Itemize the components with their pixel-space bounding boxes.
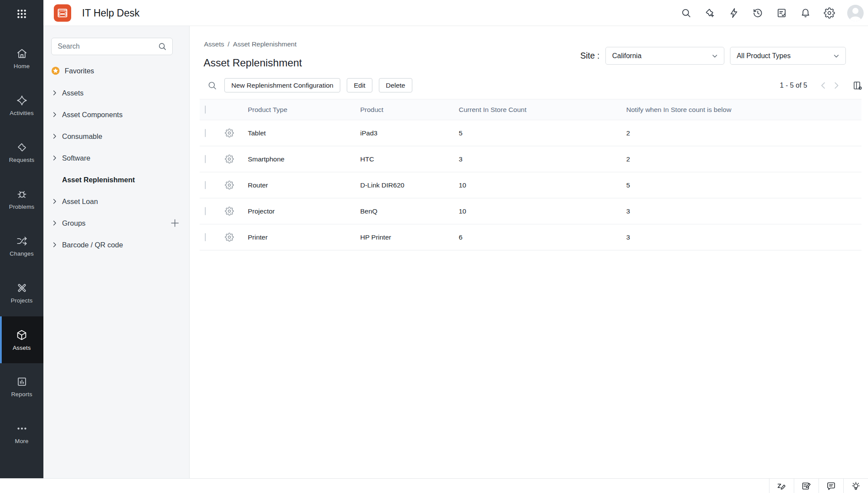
page-title: Asset Replenishment: [204, 57, 302, 69]
column-header-spacer: [220, 99, 241, 120]
rail-item-reports[interactable]: Reports: [0, 363, 43, 410]
sidebar-item-groups[interactable]: Groups: [43, 212, 190, 234]
rail-item-changes[interactable]: Changes: [0, 223, 43, 270]
it-help-desk-app: Home Activities Requests Problems Change…: [0, 0, 868, 493]
sidebar-search-input[interactable]: [58, 43, 158, 50]
ticket-icon: [16, 141, 28, 153]
sidebar-search[interactable]: [51, 38, 173, 55]
sidebar-item-label: Groups: [62, 219, 85, 227]
row-settings-gear-icon[interactable]: [225, 154, 241, 164]
select-all-checkbox[interactable]: [205, 105, 206, 114]
sidebar-item-asset-replenishment[interactable]: Asset Replenishment: [43, 169, 190, 191]
table-row[interactable]: Smartphone HTC 3 2: [200, 146, 861, 172]
write-review-icon[interactable]: [794, 479, 819, 493]
table-row[interactable]: Projector BenQ 10 3: [200, 198, 861, 224]
rail-item-label: Reports: [11, 391, 33, 398]
sidebar-item-asset-loan[interactable]: Asset Loan: [43, 191, 190, 212]
rail-item-label: Changes: [10, 250, 33, 257]
sidebar-item-consumable[interactable]: Consumable: [43, 125, 190, 147]
row-checkbox[interactable]: [205, 207, 206, 215]
rail-item-label: Problems: [9, 204, 35, 210]
app-logo-icon[interactable]: [54, 4, 71, 22]
sidebar-item-label: Asset Loan: [62, 197, 98, 206]
history-icon[interactable]: [752, 7, 764, 19]
search-icon[interactable]: [680, 7, 692, 19]
sidebar-item-barcode-qr[interactable]: Barcode / QR code: [43, 234, 190, 256]
row-settings-gear-icon[interactable]: [225, 207, 241, 216]
bottom-bar: [0, 478, 868, 493]
product-type-select[interactable]: All Product Types: [730, 47, 846, 65]
sidebar-item-label: Asset Components: [62, 111, 122, 119]
cell-notify-below: 2: [620, 120, 861, 146]
product-type-select-value: All Product Types: [736, 52, 790, 60]
cell-notify-below: 5: [620, 172, 861, 198]
rail-item-projects[interactable]: Projects: [0, 270, 43, 316]
rail-item-label: Assets: [13, 345, 31, 351]
row-settings-gear-icon[interactable]: [225, 128, 241, 138]
cell-product: HTC: [354, 146, 452, 172]
column-header-product[interactable]: Product: [354, 99, 452, 120]
sidebar-item-software[interactable]: Software: [43, 147, 190, 169]
site-label: Site :: [580, 51, 599, 61]
shuffle-icon: [16, 235, 28, 247]
list-search-icon[interactable]: [207, 80, 217, 91]
rail-item-requests[interactable]: Requests: [0, 129, 43, 176]
sidebar-item-asset-components[interactable]: Asset Components: [43, 104, 190, 125]
sidebar-item-label: Software: [62, 154, 90, 162]
replenishment-table: Product Type Product Current In Store Co…: [200, 99, 861, 250]
rail-item-more[interactable]: More: [0, 410, 43, 457]
row-checkbox[interactable]: [205, 129, 206, 137]
user-avatar[interactable]: [847, 5, 864, 21]
header-actions: [680, 0, 864, 26]
column-settings-icon[interactable]: [852, 80, 863, 91]
row-settings-gear-icon[interactable]: [225, 233, 241, 242]
app-title: IT Help Desk: [82, 0, 140, 26]
previous-page-icon[interactable]: [819, 81, 828, 90]
next-page-icon[interactable]: [832, 81, 841, 90]
column-header-notify-below[interactable]: Notify when In Store count is below: [620, 99, 861, 120]
row-checkbox[interactable]: [205, 181, 206, 189]
sidebar-favorites[interactable]: Favorites: [51, 65, 94, 76]
rail-item-problems[interactable]: Problems: [0, 176, 43, 223]
rail-item-home[interactable]: Home: [0, 35, 43, 82]
rail-item-assets[interactable]: Assets: [0, 316, 43, 363]
add-group-icon[interactable]: [170, 218, 180, 228]
favorites-star-icon: [51, 66, 60, 76]
chevron-down-icon: [711, 52, 719, 60]
site-select-value: California: [612, 52, 641, 60]
cell-product-type: Smartphone: [241, 146, 354, 172]
table-header-row: Product Type Product Current In Store Co…: [200, 99, 861, 120]
sketch-feedback-icon[interactable]: [769, 479, 794, 493]
app-grid-icon[interactable]: [0, 5, 43, 23]
table-row[interactable]: Router D-Link DIR620 10 5: [200, 172, 861, 198]
table-row[interactable]: Tablet iPad3 5 2: [200, 120, 861, 146]
notifications-bell-icon[interactable]: [799, 7, 812, 19]
row-settings-gear-icon[interactable]: [225, 181, 241, 190]
cell-product: iPad3: [354, 120, 452, 146]
flash-icon[interactable]: [728, 7, 740, 19]
new-replenishment-button[interactable]: New Replenishment Configuration: [224, 78, 340, 92]
sidebar-item-assets[interactable]: Assets: [43, 82, 190, 104]
rail-item-activities[interactable]: Activities: [0, 82, 43, 129]
site-select[interactable]: California: [605, 47, 724, 65]
chat-icon[interactable]: [819, 479, 843, 493]
row-checkbox[interactable]: [205, 155, 206, 163]
column-header-product-type[interactable]: Product Type: [241, 99, 354, 120]
sidebar-item-label: Barcode / QR code: [62, 241, 123, 249]
breadcrumb-assets[interactable]: Assets: [204, 40, 224, 48]
pagination: 1 - 5 of 5: [780, 78, 863, 92]
row-checkbox[interactable]: [205, 233, 206, 241]
cube-icon: [16, 329, 28, 341]
delete-button[interactable]: Delete: [379, 78, 412, 92]
activities-icon: [16, 95, 28, 106]
edit-button[interactable]: Edit: [347, 78, 372, 92]
add-request-icon[interactable]: [704, 7, 716, 19]
breadcrumb-current: Asset Replenishment: [233, 40, 296, 48]
cell-current-count: 10: [452, 198, 620, 224]
column-header-current-count[interactable]: Current In Store Count: [452, 99, 620, 120]
rail-item-label: Activities: [10, 110, 33, 116]
ideas-lightbulb-icon[interactable]: [843, 479, 868, 493]
survey-checklist-icon[interactable]: [776, 7, 788, 19]
settings-gear-icon[interactable]: [823, 7, 835, 19]
table-row[interactable]: Printer HP Printer 6 3: [200, 224, 861, 250]
